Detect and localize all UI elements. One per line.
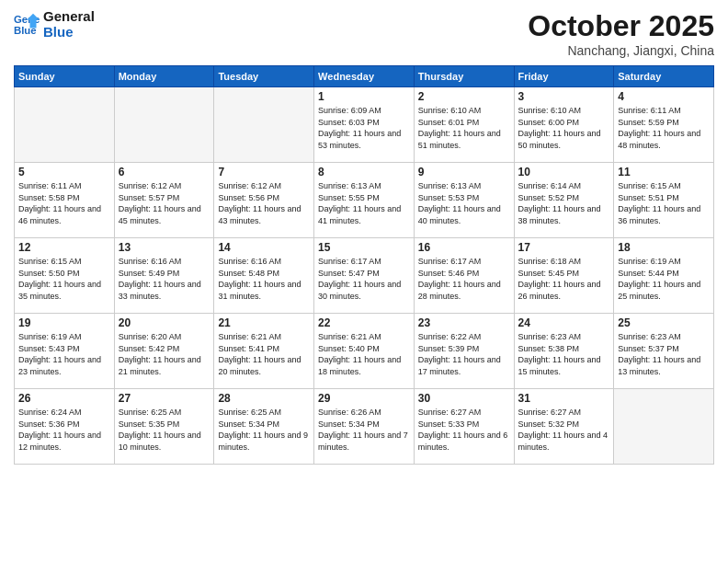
day-info: Sunrise: 6:17 AMSunset: 5:47 PMDaylight:… <box>318 256 410 302</box>
table-row <box>15 87 115 163</box>
day-number: 10 <box>518 166 610 178</box>
table-row <box>114 87 214 163</box>
title-block: October 2025 Nanchang, Jiangxi, China <box>528 9 714 58</box>
table-row: 16Sunrise: 6:17 AMSunset: 5:46 PMDayligh… <box>414 238 514 314</box>
day-number: 11 <box>618 166 710 178</box>
day-number: 31 <box>518 392 610 405</box>
day-number: 29 <box>318 392 410 405</box>
day-info: Sunrise: 6:15 AMSunset: 5:51 PMDaylight:… <box>618 180 710 226</box>
day-info: Sunrise: 6:12 AMSunset: 5:57 PMDaylight:… <box>119 180 210 226</box>
table-row: 21Sunrise: 6:21 AMSunset: 5:41 PMDayligh… <box>214 314 314 389</box>
table-row: 2Sunrise: 6:10 AMSunset: 6:01 PMDaylight… <box>414 87 514 163</box>
logo: General Blue General Blue <box>14 9 95 40</box>
table-row: 9Sunrise: 6:13 AMSunset: 5:53 PMDaylight… <box>414 163 514 238</box>
day-number: 26 <box>18 392 110 405</box>
table-row: 13Sunrise: 6:16 AMSunset: 5:49 PMDayligh… <box>114 238 214 314</box>
day-info: Sunrise: 6:23 AMSunset: 5:38 PMDaylight:… <box>518 331 610 377</box>
day-info: Sunrise: 6:11 AMSunset: 5:58 PMDaylight:… <box>18 180 110 226</box>
day-info: Sunrise: 6:10 AMSunset: 6:01 PMDaylight:… <box>418 105 510 151</box>
table-row: 18Sunrise: 6:19 AMSunset: 5:44 PMDayligh… <box>614 238 714 314</box>
day-info: Sunrise: 6:18 AMSunset: 5:45 PMDaylight:… <box>518 256 610 302</box>
day-info: Sunrise: 6:24 AMSunset: 5:36 PMDaylight:… <box>18 407 110 453</box>
table-row: 4Sunrise: 6:11 AMSunset: 5:59 PMDaylight… <box>614 87 714 163</box>
day-info: Sunrise: 6:21 AMSunset: 5:40 PMDaylight:… <box>318 331 410 377</box>
table-row: 6Sunrise: 6:12 AMSunset: 5:57 PMDaylight… <box>114 163 214 238</box>
day-number: 15 <box>318 241 410 254</box>
table-row: 12Sunrise: 6:15 AMSunset: 5:50 PMDayligh… <box>15 238 115 314</box>
logo-blue: Blue <box>43 25 95 40</box>
col-thursday: Thursday <box>414 66 514 87</box>
col-wednesday: Wednesday <box>314 66 415 87</box>
calendar-week-row: 1Sunrise: 6:09 AMSunset: 6:03 PMDaylight… <box>15 87 714 163</box>
col-monday: Monday <box>114 66 214 87</box>
day-number: 12 <box>18 241 110 254</box>
table-row: 11Sunrise: 6:15 AMSunset: 5:51 PMDayligh… <box>614 163 714 238</box>
logo-general: General <box>43 9 95 25</box>
day-number: 24 <box>518 316 610 329</box>
day-info: Sunrise: 6:16 AMSunset: 5:48 PMDaylight:… <box>218 256 310 302</box>
day-number: 9 <box>418 166 510 178</box>
day-info: Sunrise: 6:12 AMSunset: 5:56 PMDaylight:… <box>218 180 310 226</box>
table-row: 3Sunrise: 6:10 AMSunset: 6:00 PMDaylight… <box>514 87 614 163</box>
day-number: 14 <box>218 241 310 254</box>
calendar-table: Sunday Monday Tuesday Wednesday Thursday… <box>14 65 714 465</box>
day-number: 25 <box>618 316 710 329</box>
day-number: 19 <box>18 316 110 329</box>
day-info: Sunrise: 6:14 AMSunset: 5:52 PMDaylight:… <box>518 180 610 226</box>
table-row: 24Sunrise: 6:23 AMSunset: 5:38 PMDayligh… <box>514 314 614 389</box>
day-info: Sunrise: 6:10 AMSunset: 6:00 PMDaylight:… <box>518 105 610 151</box>
calendar-week-row: 5Sunrise: 6:11 AMSunset: 5:58 PMDaylight… <box>15 163 714 238</box>
table-row: 25Sunrise: 6:23 AMSunset: 5:37 PMDayligh… <box>614 314 714 389</box>
col-sunday: Sunday <box>15 66 115 87</box>
day-number: 7 <box>218 166 310 178</box>
calendar-week-row: 12Sunrise: 6:15 AMSunset: 5:50 PMDayligh… <box>15 238 714 314</box>
table-row: 26Sunrise: 6:24 AMSunset: 5:36 PMDayligh… <box>15 389 115 465</box>
table-row: 1Sunrise: 6:09 AMSunset: 6:03 PMDaylight… <box>314 87 415 163</box>
table-row: 15Sunrise: 6:17 AMSunset: 5:47 PMDayligh… <box>314 238 415 314</box>
day-info: Sunrise: 6:15 AMSunset: 5:50 PMDaylight:… <box>18 256 110 302</box>
day-number: 22 <box>318 316 410 329</box>
table-row: 29Sunrise: 6:26 AMSunset: 5:34 PMDayligh… <box>314 389 415 465</box>
table-row: 23Sunrise: 6:22 AMSunset: 5:39 PMDayligh… <box>414 314 514 389</box>
logo-icon: General Blue <box>14 12 40 38</box>
day-number: 2 <box>418 90 510 103</box>
day-number: 23 <box>418 316 510 329</box>
day-info: Sunrise: 6:19 AMSunset: 5:43 PMDaylight:… <box>18 331 110 377</box>
table-row: 31Sunrise: 6:27 AMSunset: 5:32 PMDayligh… <box>514 389 614 465</box>
day-info: Sunrise: 6:27 AMSunset: 5:33 PMDaylight:… <box>418 407 510 453</box>
day-info: Sunrise: 6:27 AMSunset: 5:32 PMDaylight:… <box>518 407 610 453</box>
month-title: October 2025 <box>528 9 714 43</box>
table-row: 14Sunrise: 6:16 AMSunset: 5:48 PMDayligh… <box>214 238 314 314</box>
table-row: 5Sunrise: 6:11 AMSunset: 5:58 PMDaylight… <box>15 163 115 238</box>
day-number: 28 <box>218 392 310 405</box>
day-number: 6 <box>119 166 210 178</box>
day-number: 4 <box>618 90 710 103</box>
day-number: 18 <box>618 241 710 254</box>
table-row: 8Sunrise: 6:13 AMSunset: 5:55 PMDaylight… <box>314 163 415 238</box>
day-number: 1 <box>318 90 410 103</box>
day-number: 3 <box>518 90 610 103</box>
table-row <box>214 87 314 163</box>
day-info: Sunrise: 6:20 AMSunset: 5:42 PMDaylight:… <box>119 331 210 377</box>
location: Nanchang, Jiangxi, China <box>528 43 714 58</box>
day-info: Sunrise: 6:19 AMSunset: 5:44 PMDaylight:… <box>618 256 710 302</box>
col-friday: Friday <box>514 66 614 87</box>
day-number: 30 <box>418 392 510 405</box>
table-row: 28Sunrise: 6:25 AMSunset: 5:34 PMDayligh… <box>214 389 314 465</box>
header: General Blue General Blue October 2025 N… <box>14 9 714 58</box>
day-info: Sunrise: 6:13 AMSunset: 5:53 PMDaylight:… <box>418 180 510 226</box>
table-row: 22Sunrise: 6:21 AMSunset: 5:40 PMDayligh… <box>314 314 415 389</box>
table-row: 17Sunrise: 6:18 AMSunset: 5:45 PMDayligh… <box>514 238 614 314</box>
calendar-week-row: 19Sunrise: 6:19 AMSunset: 5:43 PMDayligh… <box>15 314 714 389</box>
table-row: 27Sunrise: 6:25 AMSunset: 5:35 PMDayligh… <box>114 389 214 465</box>
day-number: 20 <box>119 316 210 329</box>
day-number: 16 <box>418 241 510 254</box>
day-info: Sunrise: 6:23 AMSunset: 5:37 PMDaylight:… <box>618 331 710 377</box>
table-row: 7Sunrise: 6:12 AMSunset: 5:56 PMDaylight… <box>214 163 314 238</box>
day-number: 27 <box>119 392 210 405</box>
day-number: 17 <box>518 241 610 254</box>
table-row <box>614 389 714 465</box>
day-info: Sunrise: 6:09 AMSunset: 6:03 PMDaylight:… <box>318 105 410 151</box>
table-row: 19Sunrise: 6:19 AMSunset: 5:43 PMDayligh… <box>15 314 115 389</box>
day-info: Sunrise: 6:13 AMSunset: 5:55 PMDaylight:… <box>318 180 410 226</box>
